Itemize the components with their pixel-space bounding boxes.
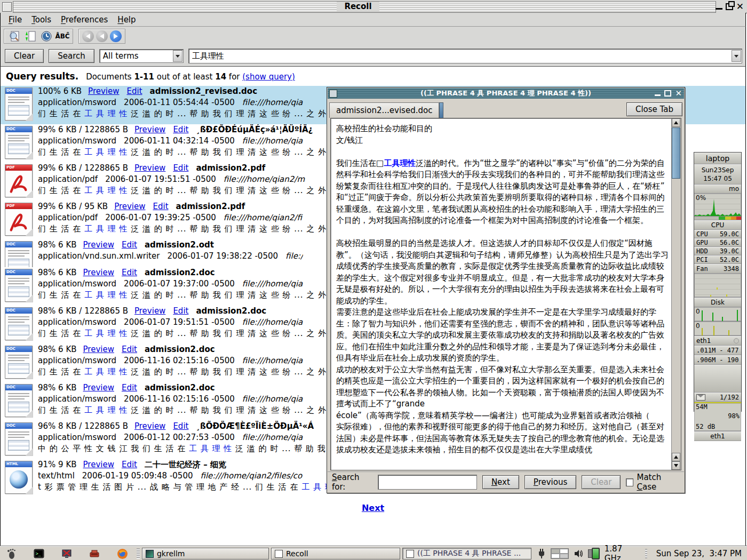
taskbar-task[interactable]: ((工 PHRASE 4 具 PHRASE ...: [402, 548, 531, 559]
edit-link[interactable]: Edit: [173, 163, 188, 173]
scrollbar-thumb[interactable]: [672, 127, 680, 179]
match-case-checkbox[interactable]: [626, 478, 633, 486]
taskbar-task[interactable]: gkrellm: [142, 548, 269, 559]
preview-link[interactable]: Preview: [83, 460, 114, 469]
preview-link[interactable]: Preview: [134, 163, 165, 173]
results-header-pre: Documents: [86, 72, 134, 82]
minimize-icon[interactable]: [716, 8, 722, 10]
first-page-icon[interactable]: [82, 30, 94, 42]
edit-link[interactable]: Edit: [122, 383, 137, 393]
next-page-link[interactable]: Next: [1, 503, 745, 513]
cpufreq-battery-icon[interactable]: [588, 548, 600, 559]
edit-link[interactable]: Edit: [173, 306, 188, 316]
scroll-up-icon[interactable]: [672, 118, 680, 127]
preview-tab[interactable]: admission2...evised.doc: [329, 102, 439, 118]
preview-link[interactable]: Preview: [88, 86, 119, 96]
find-clear-button[interactable]: Clear: [582, 475, 621, 489]
find-next-button[interactable]: Next: [482, 475, 519, 489]
preview-link[interactable]: Preview: [134, 421, 165, 431]
search-input[interactable]: [189, 51, 732, 61]
preview-link[interactable]: Preview: [83, 240, 114, 250]
edit-link[interactable]: Edit: [122, 268, 137, 277]
bottom-net-title[interactable]: eth1: [694, 431, 741, 441]
cpu-section-title[interactable]: CPU: [694, 220, 741, 230]
query-field-wrap: [188, 49, 742, 63]
preview-link[interactable]: Preview: [134, 306, 165, 316]
preview-scrollbar[interactable]: [671, 118, 681, 470]
prev-page-icon[interactable]: [96, 30, 108, 42]
preview-close-icon[interactable]: ✕: [675, 89, 682, 98]
search-mode-select[interactable]: All terms: [99, 49, 184, 63]
preview-link[interactable]: Preview: [114, 202, 145, 211]
find-previous-button[interactable]: Previous: [525, 475, 576, 489]
find-input[interactable]: [378, 475, 477, 490]
edit-link[interactable]: Edit: [173, 421, 188, 431]
workspace-pager[interactable]: [551, 548, 569, 559]
file-type-label: HTML: [5, 461, 32, 467]
preview-link[interactable]: Preview: [83, 345, 114, 354]
gkrellm-panel[interactable]: laptop Sun23Sep 15:47 05 mo 0% CPU CPU59…: [694, 152, 742, 412]
search-for-label: Search for:: [332, 473, 372, 492]
preview-link[interactable]: Preview: [134, 125, 165, 134]
result-mimetype: application/pdf: [38, 213, 98, 222]
lock-screen-icon[interactable]: [61, 548, 73, 559]
taskbar-clock[interactable]: Sun Sep 23, 3:47 PM: [651, 549, 747, 558]
mail-row[interactable]: 1/192: [694, 393, 741, 402]
preview-link[interactable]: Preview: [83, 383, 114, 393]
edit-link[interactable]: Edit: [173, 125, 188, 134]
result-line2: application/msword2006-01-11 04:32:14 -0…: [38, 135, 338, 147]
taskbar-handle[interactable]: [137, 548, 140, 559]
terminal-icon[interactable]: >_: [33, 548, 45, 559]
firefox-icon[interactable]: [116, 548, 128, 559]
snippet-pre: 们 生 活 在: [38, 329, 84, 338]
net-interface-row[interactable]: eth1: [694, 336, 741, 346]
preview-minimize-icon[interactable]: [655, 94, 661, 96]
edit-link[interactable]: Edit: [122, 345, 137, 354]
edit-link[interactable]: Edit: [122, 240, 137, 250]
preview-link[interactable]: Preview: [83, 268, 114, 277]
temp-value: 59.0C: [720, 230, 739, 238]
term-explorer-icon[interactable]: ÅBĈ: [55, 30, 69, 43]
query-history-chevron-icon[interactable]: [732, 50, 741, 62]
disk-section-title[interactable]: Disk: [694, 298, 741, 307]
sort-document-icon[interactable]: [23, 30, 37, 43]
recoll-window-titlebar[interactable]: Recoll ✕: [0, 0, 747, 13]
preview-titlebar[interactable]: ((工 PHRASE 4 具 PHRASE 4 理 PHRASE 4 性)) ✕: [328, 88, 684, 99]
show-query-link[interactable]: (show query): [242, 72, 295, 82]
next-page-icon[interactable]: [110, 30, 122, 42]
scroll-down-icon[interactable]: [672, 461, 680, 470]
chevron-down-icon[interactable]: [173, 50, 182, 62]
edit-link[interactable]: Edit: [153, 202, 169, 211]
close-icon[interactable]: ✕: [736, 1, 744, 12]
power-plug-icon[interactable]: [536, 548, 547, 559]
result-body: 99% 6 KB / 95 KBPreviewEditadmission2.pd…: [38, 201, 338, 239]
advanced-search-icon[interactable]: [7, 30, 21, 43]
preview-maximize-icon[interactable]: [664, 90, 671, 97]
file-icon-doc: DOC: [5, 307, 33, 340]
scroll-up2-icon[interactable]: [672, 453, 680, 461]
menu-item-preferences[interactable]: Preferences: [56, 14, 113, 26]
edit-link[interactable]: Edit: [122, 460, 137, 469]
file-icon-art: [5, 249, 32, 267]
restore-icon[interactable]: [726, 3, 733, 10]
history-clock-icon[interactable]: [39, 30, 53, 43]
gkrellm-hostname[interactable]: laptop: [694, 153, 741, 164]
result-url: file:///home/qia: [242, 279, 303, 289]
clear-button[interactable]: Clear: [5, 49, 44, 63]
menu-item-tools[interactable]: Tools: [27, 14, 56, 26]
taskbar-task[interactable]: Recoll: [271, 548, 400, 559]
gnome-menu-icon[interactable]: [5, 548, 17, 559]
preview-text-area[interactable]: 高校招生的社会功能和目的文/钱江 我们生活在□工具理性泛滥的时代。作为“世之显学…: [330, 118, 681, 470]
menu-item-help[interactable]: Help: [113, 14, 140, 26]
result-mimetype: application/vnd.sun.xml.writer: [38, 251, 160, 261]
search-button[interactable]: Search: [49, 49, 94, 63]
menu-item-file[interactable]: File: [4, 14, 27, 26]
close-tab-button[interactable]: Close Tab: [626, 102, 682, 116]
typewriter-icon[interactable]: [89, 548, 100, 559]
result-line2: application/msword2006-01-12 00:27:53 -0…: [38, 432, 338, 443]
result-line1: 98% 6 KBPreviewEditadmission2.doc: [38, 382, 338, 394]
volume-db: 52 dB: [696, 423, 715, 430]
edit-link[interactable]: Edit: [126, 86, 142, 96]
volume-speaker-icon[interactable]: [573, 548, 584, 559]
result-line2: text/html2006-01-19 05:09:48 -0500file:/…: [38, 470, 333, 482]
